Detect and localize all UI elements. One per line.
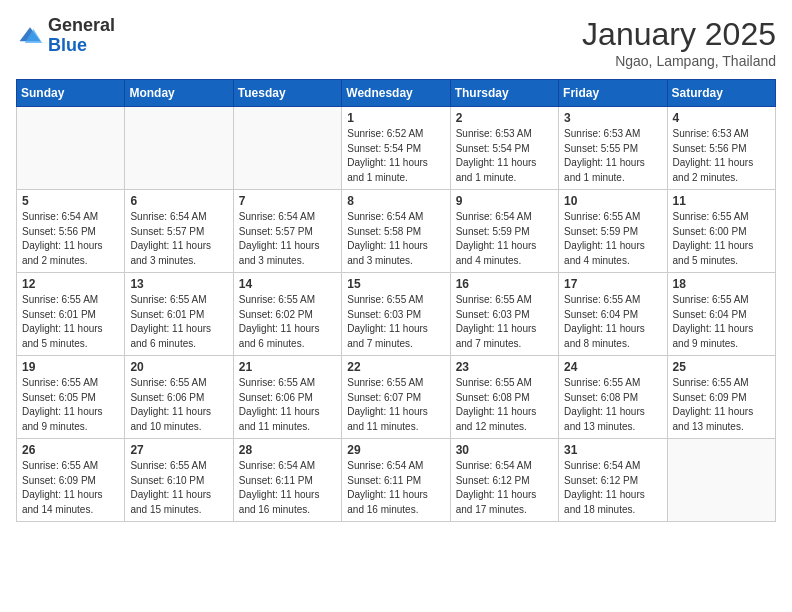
weekday-header: Tuesday bbox=[233, 80, 341, 107]
calendar-cell: 3Sunrise: 6:53 AM Sunset: 5:55 PM Daylig… bbox=[559, 107, 667, 190]
logo-icon bbox=[16, 22, 44, 50]
calendar-cell: 4Sunrise: 6:53 AM Sunset: 5:56 PM Daylig… bbox=[667, 107, 775, 190]
calendar-cell bbox=[125, 107, 233, 190]
day-info: Sunrise: 6:54 AM Sunset: 5:56 PM Dayligh… bbox=[22, 210, 119, 268]
calendar-cell: 17Sunrise: 6:55 AM Sunset: 6:04 PM Dayli… bbox=[559, 273, 667, 356]
calendar-cell: 1Sunrise: 6:52 AM Sunset: 5:54 PM Daylig… bbox=[342, 107, 450, 190]
day-number: 22 bbox=[347, 360, 444, 374]
day-info: Sunrise: 6:53 AM Sunset: 5:56 PM Dayligh… bbox=[673, 127, 770, 185]
day-number: 20 bbox=[130, 360, 227, 374]
calendar-cell: 6Sunrise: 6:54 AM Sunset: 5:57 PM Daylig… bbox=[125, 190, 233, 273]
day-number: 6 bbox=[130, 194, 227, 208]
day-info: Sunrise: 6:55 AM Sunset: 6:03 PM Dayligh… bbox=[347, 293, 444, 351]
title-block: January 2025 Ngao, Lampang, Thailand bbox=[582, 16, 776, 69]
calendar-cell bbox=[233, 107, 341, 190]
page-header: General Blue January 2025 Ngao, Lampang,… bbox=[16, 16, 776, 69]
day-number: 5 bbox=[22, 194, 119, 208]
day-info: Sunrise: 6:55 AM Sunset: 6:06 PM Dayligh… bbox=[130, 376, 227, 434]
day-number: 4 bbox=[673, 111, 770, 125]
calendar-cell: 2Sunrise: 6:53 AM Sunset: 5:54 PM Daylig… bbox=[450, 107, 558, 190]
day-info: Sunrise: 6:55 AM Sunset: 5:59 PM Dayligh… bbox=[564, 210, 661, 268]
day-number: 25 bbox=[673, 360, 770, 374]
calendar-cell: 8Sunrise: 6:54 AM Sunset: 5:58 PM Daylig… bbox=[342, 190, 450, 273]
week-row: 5Sunrise: 6:54 AM Sunset: 5:56 PM Daylig… bbox=[17, 190, 776, 273]
day-info: Sunrise: 6:55 AM Sunset: 6:08 PM Dayligh… bbox=[456, 376, 553, 434]
calendar-cell: 7Sunrise: 6:54 AM Sunset: 5:57 PM Daylig… bbox=[233, 190, 341, 273]
day-number: 7 bbox=[239, 194, 336, 208]
day-number: 14 bbox=[239, 277, 336, 291]
weekday-header: Sunday bbox=[17, 80, 125, 107]
day-info: Sunrise: 6:53 AM Sunset: 5:54 PM Dayligh… bbox=[456, 127, 553, 185]
day-info: Sunrise: 6:55 AM Sunset: 6:01 PM Dayligh… bbox=[22, 293, 119, 351]
calendar-cell: 9Sunrise: 6:54 AM Sunset: 5:59 PM Daylig… bbox=[450, 190, 558, 273]
day-number: 1 bbox=[347, 111, 444, 125]
calendar-cell: 14Sunrise: 6:55 AM Sunset: 6:02 PM Dayli… bbox=[233, 273, 341, 356]
day-number: 10 bbox=[564, 194, 661, 208]
day-info: Sunrise: 6:55 AM Sunset: 6:08 PM Dayligh… bbox=[564, 376, 661, 434]
day-info: Sunrise: 6:54 AM Sunset: 6:12 PM Dayligh… bbox=[564, 459, 661, 517]
calendar-cell: 20Sunrise: 6:55 AM Sunset: 6:06 PM Dayli… bbox=[125, 356, 233, 439]
week-row: 26Sunrise: 6:55 AM Sunset: 6:09 PM Dayli… bbox=[17, 439, 776, 522]
weekday-header: Friday bbox=[559, 80, 667, 107]
calendar-cell: 29Sunrise: 6:54 AM Sunset: 6:11 PM Dayli… bbox=[342, 439, 450, 522]
calendar-cell: 16Sunrise: 6:55 AM Sunset: 6:03 PM Dayli… bbox=[450, 273, 558, 356]
calendar-cell: 18Sunrise: 6:55 AM Sunset: 6:04 PM Dayli… bbox=[667, 273, 775, 356]
logo-general: General bbox=[48, 16, 115, 36]
calendar-cell: 25Sunrise: 6:55 AM Sunset: 6:09 PM Dayli… bbox=[667, 356, 775, 439]
day-number: 3 bbox=[564, 111, 661, 125]
calendar-cell: 23Sunrise: 6:55 AM Sunset: 6:08 PM Dayli… bbox=[450, 356, 558, 439]
day-info: Sunrise: 6:55 AM Sunset: 6:03 PM Dayligh… bbox=[456, 293, 553, 351]
day-info: Sunrise: 6:55 AM Sunset: 6:00 PM Dayligh… bbox=[673, 210, 770, 268]
calendar-cell: 22Sunrise: 6:55 AM Sunset: 6:07 PM Dayli… bbox=[342, 356, 450, 439]
day-info: Sunrise: 6:55 AM Sunset: 6:07 PM Dayligh… bbox=[347, 376, 444, 434]
week-row: 19Sunrise: 6:55 AM Sunset: 6:05 PM Dayli… bbox=[17, 356, 776, 439]
day-number: 23 bbox=[456, 360, 553, 374]
day-number: 15 bbox=[347, 277, 444, 291]
week-row: 12Sunrise: 6:55 AM Sunset: 6:01 PM Dayli… bbox=[17, 273, 776, 356]
day-number: 13 bbox=[130, 277, 227, 291]
day-info: Sunrise: 6:55 AM Sunset: 6:01 PM Dayligh… bbox=[130, 293, 227, 351]
calendar-cell: 15Sunrise: 6:55 AM Sunset: 6:03 PM Dayli… bbox=[342, 273, 450, 356]
day-info: Sunrise: 6:54 AM Sunset: 6:11 PM Dayligh… bbox=[347, 459, 444, 517]
day-number: 18 bbox=[673, 277, 770, 291]
weekday-header: Wednesday bbox=[342, 80, 450, 107]
calendar-cell: 30Sunrise: 6:54 AM Sunset: 6:12 PM Dayli… bbox=[450, 439, 558, 522]
day-number: 30 bbox=[456, 443, 553, 457]
day-number: 11 bbox=[673, 194, 770, 208]
week-row: 1Sunrise: 6:52 AM Sunset: 5:54 PM Daylig… bbox=[17, 107, 776, 190]
day-info: Sunrise: 6:55 AM Sunset: 6:09 PM Dayligh… bbox=[22, 459, 119, 517]
calendar-cell: 28Sunrise: 6:54 AM Sunset: 6:11 PM Dayli… bbox=[233, 439, 341, 522]
day-number: 17 bbox=[564, 277, 661, 291]
day-info: Sunrise: 6:54 AM Sunset: 5:59 PM Dayligh… bbox=[456, 210, 553, 268]
calendar-cell: 24Sunrise: 6:55 AM Sunset: 6:08 PM Dayli… bbox=[559, 356, 667, 439]
day-number: 16 bbox=[456, 277, 553, 291]
calendar-cell: 5Sunrise: 6:54 AM Sunset: 5:56 PM Daylig… bbox=[17, 190, 125, 273]
day-number: 29 bbox=[347, 443, 444, 457]
weekday-header: Monday bbox=[125, 80, 233, 107]
day-info: Sunrise: 6:55 AM Sunset: 6:09 PM Dayligh… bbox=[673, 376, 770, 434]
calendar-cell: 13Sunrise: 6:55 AM Sunset: 6:01 PM Dayli… bbox=[125, 273, 233, 356]
calendar-cell: 21Sunrise: 6:55 AM Sunset: 6:06 PM Dayli… bbox=[233, 356, 341, 439]
day-number: 19 bbox=[22, 360, 119, 374]
day-info: Sunrise: 6:54 AM Sunset: 5:58 PM Dayligh… bbox=[347, 210, 444, 268]
calendar-cell: 26Sunrise: 6:55 AM Sunset: 6:09 PM Dayli… bbox=[17, 439, 125, 522]
day-info: Sunrise: 6:55 AM Sunset: 6:04 PM Dayligh… bbox=[673, 293, 770, 351]
location-subtitle: Ngao, Lampang, Thailand bbox=[582, 53, 776, 69]
day-number: 28 bbox=[239, 443, 336, 457]
day-number: 26 bbox=[22, 443, 119, 457]
day-info: Sunrise: 6:55 AM Sunset: 6:04 PM Dayligh… bbox=[564, 293, 661, 351]
day-number: 9 bbox=[456, 194, 553, 208]
day-info: Sunrise: 6:54 AM Sunset: 6:12 PM Dayligh… bbox=[456, 459, 553, 517]
calendar-cell: 12Sunrise: 6:55 AM Sunset: 6:01 PM Dayli… bbox=[17, 273, 125, 356]
day-info: Sunrise: 6:55 AM Sunset: 6:10 PM Dayligh… bbox=[130, 459, 227, 517]
calendar-cell: 11Sunrise: 6:55 AM Sunset: 6:00 PM Dayli… bbox=[667, 190, 775, 273]
calendar-cell: 19Sunrise: 6:55 AM Sunset: 6:05 PM Dayli… bbox=[17, 356, 125, 439]
day-info: Sunrise: 6:55 AM Sunset: 6:02 PM Dayligh… bbox=[239, 293, 336, 351]
logo: General Blue bbox=[16, 16, 115, 56]
day-number: 24 bbox=[564, 360, 661, 374]
day-number: 12 bbox=[22, 277, 119, 291]
day-info: Sunrise: 6:54 AM Sunset: 5:57 PM Dayligh… bbox=[239, 210, 336, 268]
weekday-header: Thursday bbox=[450, 80, 558, 107]
day-info: Sunrise: 6:52 AM Sunset: 5:54 PM Dayligh… bbox=[347, 127, 444, 185]
calendar-cell bbox=[17, 107, 125, 190]
